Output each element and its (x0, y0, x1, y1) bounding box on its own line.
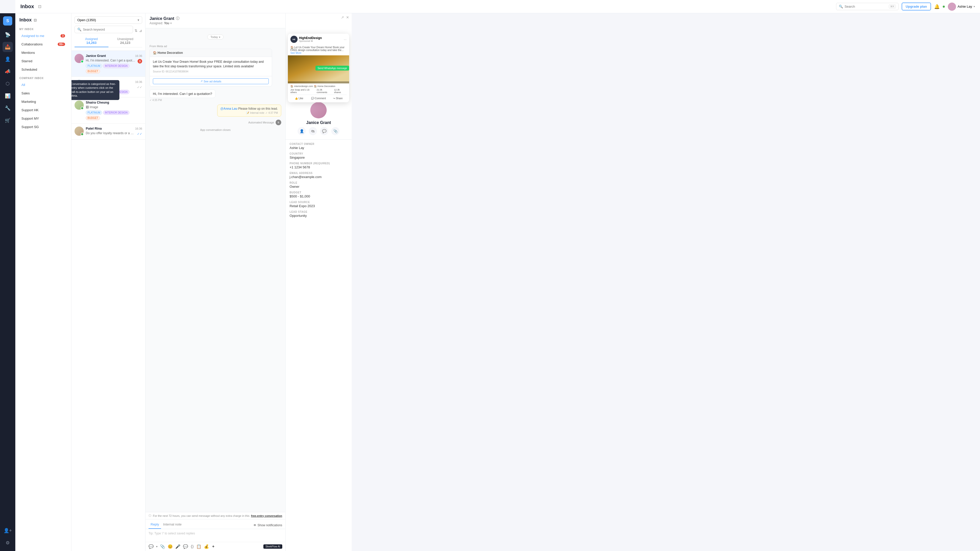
sidebar-icon-settings[interactable]: ⚙ (3, 538, 13, 548)
user-menu[interactable]: Ashie Lay ▾ (948, 3, 975, 11)
contact-shop-icon[interactable]: 🛍 (309, 127, 317, 135)
field-budget: BUDGET $500 - $1,000 (290, 191, 348, 198)
support-sg-label: Support SG (21, 125, 39, 129)
conv-search-input[interactable] (83, 28, 130, 32)
app-logo[interactable]: S (3, 16, 12, 25)
field-label-contact-owner: CONTACT OWNER (290, 143, 348, 145)
contact-action-icons: 👤 🛍 💬 📎 (298, 127, 339, 135)
mention: @Anna Lau (221, 107, 237, 110)
sidebar-icon-integrations[interactable]: 🔧 (3, 103, 13, 113)
sidebar-item-starred[interactable]: Starred (18, 57, 69, 65)
sidebar-item-mentions[interactable]: Mentions (18, 49, 69, 57)
contact-profile-icon[interactable]: 👤 (298, 127, 306, 135)
more-icon[interactable]: ✦ (212, 544, 215, 549)
conv-panel-header: Open (1350) ▾ 🔍 ⇅ ⊿ Assigned 14,263 Unas… (72, 13, 145, 51)
conversation-item[interactable]: Janice Grant 16:36 Hi, I'm interested. C… (72, 51, 145, 77)
sidebar-icon-flow[interactable]: ⬡ (3, 79, 13, 89)
sidebar-icon-broadcast[interactable]: 📣 (3, 66, 13, 76)
close-icon[interactable]: ✕ (346, 15, 349, 19)
sidebar-item-support-hk[interactable]: Support HK (18, 106, 69, 114)
user-avatar (948, 3, 956, 11)
support-hk-label: Support HK (21, 108, 38, 112)
filter-icon[interactable]: ⊿ (139, 29, 142, 33)
sidebar-icon-contacts[interactable]: 👤 (3, 54, 13, 64)
sidebar-icon-radio[interactable]: 📡 (3, 30, 13, 40)
ad-card-header-bar: HE HighEndDesign Sponsored ♻ ··· (288, 34, 349, 45)
free-entry-link[interactable]: free-entry conversation (251, 514, 282, 517)
message-preview: Do you offer loyalty rewards or a custom… (86, 131, 134, 135)
external-link-icon[interactable]: ↗ (341, 15, 344, 19)
share-button[interactable]: ↪ Share (329, 96, 347, 101)
sidebar-item-marketing[interactable]: Marketing (18, 98, 69, 106)
message-from-meta: From Meta ad 🏠 Home Decoration Let Us Cr… (150, 44, 281, 86)
layout-toggle-icon[interactable]: ⊡ (38, 4, 41, 9)
sidebar-icon-inbox[interactable]: 📥 (3, 42, 13, 52)
chat-header: Janice Grant ⓘ Assigned: You ▾ (145, 13, 285, 28)
starred-label: Starred (21, 59, 32, 63)
sidebar-item-assigned-to-me[interactable]: Assigned to me 3 (18, 32, 69, 40)
like-button[interactable]: 👍 Like (290, 96, 308, 101)
conversation-item[interactable]: Shaira Cheung 🖼 Image PLATINUM INTERIOR … (72, 97, 145, 124)
chevron-down-icon[interactable]: ▾ (156, 545, 158, 548)
date-badge[interactable]: Today ▾ (207, 35, 224, 40)
microphone-icon[interactable]: 🎤 (175, 544, 180, 549)
attachment-icon[interactable]: 📎 (160, 544, 165, 549)
panel-controls: ↗ ✕ (286, 13, 352, 21)
toggle-icon[interactable]: ⊡ (34, 18, 37, 22)
payment-icon[interactable]: 💰 (204, 544, 209, 549)
sidebar-item-all[interactable]: All (18, 81, 69, 89)
emoji-icon[interactable]: 😊 (168, 544, 173, 549)
comment-button[interactable]: 💬 Comment (310, 96, 327, 101)
automated-message-row: Automated Message S (150, 120, 281, 125)
sidebar-item-sales[interactable]: Sales (18, 89, 69, 97)
field-country: COUNTRY Singapore (290, 152, 348, 159)
sidebar-item-support-my[interactable]: Support MY (18, 114, 69, 122)
see-ad-button[interactable]: ↗ See ad details (153, 78, 269, 84)
field-email: EMAIL ADDRESS j.chan@example.com (290, 171, 348, 179)
code-icon[interactable]: ⟨⟩ (191, 544, 194, 549)
notifications-icon[interactable]: 🔔 (934, 4, 940, 10)
more-icon[interactable]: ··· (344, 38, 347, 41)
tab-assigned-label: Assigned (85, 37, 98, 41)
contact-name: Janice Grant (306, 121, 331, 125)
contact-fields: CONTACT OWNER Ashie Lay COUNTRY Singapor… (286, 140, 352, 221)
sidebar-item-collaborations[interactable]: Collaborations 99+ (18, 40, 69, 48)
sidebar-icon-user-add[interactable]: 👤+ (3, 526, 13, 536)
checkmark-icon: ✓ (266, 111, 267, 114)
info-icon[interactable]: ⓘ (176, 16, 180, 21)
brand-sub: Sponsored ♻ (299, 40, 322, 42)
show-notifications-button[interactable]: 👁 Show notifications (253, 524, 282, 527)
sidebar-icon-analytics[interactable]: 📊 (3, 91, 13, 101)
sort-icon[interactable]: ⇅ (135, 29, 138, 33)
contact-chat-icon[interactable]: 💬 (320, 127, 328, 135)
top-header: Inbox ⊡ 🔍 ⌘K Upgrade plan 🔔 Ashie Lay ▾ (15, 0, 980, 13)
ad-source-text: Source ID: 6612141078838694 (153, 70, 269, 73)
sleekflow-ai-button[interactable]: SleekFlow AI (263, 545, 282, 549)
global-search-input[interactable] (845, 5, 887, 8)
field-value-phone: +1 1234 5678 (290, 165, 348, 169)
see-more-link[interactable]: See More (290, 52, 301, 54)
tab-reply[interactable]: Reply (148, 521, 161, 529)
ad-actions: 👍 Like 💬 Comment ↪ Share (290, 95, 347, 101)
send-whatsapp-button[interactable]: Send WhatsApp message (315, 65, 349, 70)
conversation-item[interactable]: Patel Rina 16:36 Do you offer loyalty re… (72, 124, 145, 140)
sidebar-icon-shop[interactable]: 🛒 (3, 115, 13, 125)
upgrade-button[interactable]: Upgrade plan (902, 3, 931, 11)
avatar-wrap (75, 127, 84, 136)
tab-unassigned[interactable]: Unassigned 24,123 (108, 35, 142, 47)
tab-assigned[interactable]: Assigned 14,263 (75, 35, 108, 47)
reply-input-area[interactable]: Tip: Type '/' to select saved replies (145, 529, 285, 542)
template-icon[interactable]: 📋 (196, 544, 201, 549)
whatsapp-icon[interactable]: 💬 (148, 544, 154, 549)
tab-internal-note[interactable]: Internal note (161, 521, 183, 529)
conv-search-bar[interactable]: 🔍 (75, 26, 133, 33)
quick-reply-icon[interactable]: 💬 (183, 544, 188, 549)
sidebar-item-support-sg[interactable]: Support SG (18, 123, 69, 131)
contact-attachment-icon[interactable]: 📎 (331, 127, 339, 135)
chevron-down-icon[interactable]: ▾ (170, 21, 172, 25)
status-dropdown[interactable]: Open (1350) ▾ (75, 16, 142, 24)
global-search-box[interactable]: 🔍 ⌘K (836, 3, 899, 10)
user-message: Hi, I'm interested. Can I get a quotatio… (150, 89, 281, 102)
sidebar-item-scheduled[interactable]: Scheduled (18, 65, 69, 73)
read-icon: ✓✓ (137, 86, 142, 89)
